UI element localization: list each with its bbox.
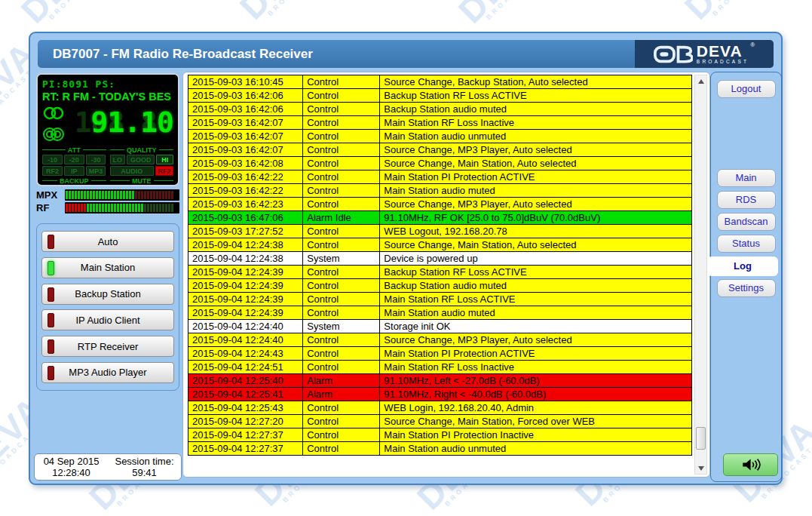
log-panel: 2015-09-03 16:10:45ControlSource Change,… [182, 72, 710, 478]
tab-log[interactable]: Log [707, 256, 778, 276]
log-row-timestamp: 2015-09-04 12:24:40 [188, 320, 303, 333]
log-row-timestamp: 2015-09-03 16:42:22 [188, 184, 303, 198]
log-row-message: 91.10MHz, Left < -27.0dB (-60.0dB) [380, 374, 692, 388]
log-row-message: Storage init OK [380, 320, 692, 333]
log-row-timestamp: 2015-09-03 16:42:23 [188, 198, 303, 211]
log-row: 2015-09-04 12:27:37ControlMain Station P… [188, 428, 692, 442]
log-scrollbar[interactable] [694, 75, 707, 475]
log-row: 2015-09-04 12:25:40Alarm91.10MHz, Left <… [188, 374, 692, 388]
left-column: PI:8091 PS: RT: R FM - TODAY'S BES [36, 73, 179, 481]
source-button-mp3-audio-player[interactable]: MP3 Audio Player [41, 362, 174, 383]
scrollbar-thumb[interactable] [696, 427, 706, 450]
log-row: 2015-09-04 12:24:38SystemDevice is power… [188, 252, 692, 266]
log-row-type: Control [303, 415, 380, 428]
log-row-message: Source Change, Main Station, Auto select… [380, 157, 692, 170]
log-row: 2015-09-04 12:24:40ControlSource Change,… [188, 333, 692, 347]
log-row-timestamp: 2015-09-04 12:27:20 [188, 415, 303, 428]
tab-rds[interactable]: RDS [717, 191, 776, 209]
meter-bar [65, 189, 179, 201]
log-row-type: Control [303, 184, 380, 198]
log-row: 2015-09-03 16:42:22ControlMain Station P… [188, 170, 692, 184]
log-table: 2015-09-03 16:10:45ControlSource Change,… [188, 75, 692, 456]
log-row-message: Main Station audio muted [380, 306, 692, 320]
level-meters: MPXRF [36, 189, 179, 215]
log-row-message: Backup Station RF Loss ACTIVE [380, 89, 692, 103]
log-row-timestamp: 2015-09-04 12:27:37 [188, 442, 303, 456]
log-row: 2015-09-03 16:10:45ControlSource Change,… [188, 75, 692, 89]
logout-button[interactable]: Logout [717, 80, 776, 98]
source-button-main-station[interactable]: Main Station [41, 257, 174, 278]
log-row-type: Control [303, 198, 380, 211]
log-row: 2015-09-03 16:42:07ControlMain Station a… [188, 130, 692, 143]
tab-main[interactable]: Main [717, 169, 776, 187]
log-row-type: Control [303, 361, 380, 374]
led-indicator-off [47, 339, 54, 354]
source-button-label: IP Audio Client [75, 315, 139, 326]
log-row-type: Control [303, 306, 380, 320]
log-row: 2015-09-03 16:42:08ControlSource Change,… [188, 157, 692, 170]
lcd-indicator-quality-good: GOOD [127, 155, 155, 164]
log-row-type: Alarm [303, 388, 380, 401]
log-row-message: Main Station audio unmuted [380, 442, 692, 456]
source-select-panel: AutoMain StationBackup StationIP Audio C… [36, 223, 179, 391]
lcd-indicator-att-30: -30 [86, 155, 106, 164]
lcd-indicator-att-10: -10 [42, 155, 63, 164]
log-row-timestamp: 2015-09-04 12:25:40 [188, 374, 303, 388]
log-row-type: Control [303, 103, 380, 116]
log-row-timestamp: 2015-09-03 16:42:06 [188, 89, 303, 103]
stereo-icon [42, 106, 65, 121]
source-button-auto[interactable]: Auto [41, 231, 174, 252]
source-button-ip-audio-client[interactable]: IP Audio Client [41, 309, 174, 330]
lcd-indicator-quality-lo: LO [110, 155, 126, 164]
led-indicator-off [47, 366, 54, 380]
log-row-type: Control [303, 143, 380, 157]
log-row: 2015-09-03 16:42:06ControlBackup Station… [188, 103, 692, 116]
log-row-type: Control [303, 442, 380, 456]
log-row-message: 91.10MHz, Right < -40.0dB (-60.0dB) [380, 388, 692, 401]
lcd-group-label-backup: BACKUP [42, 177, 106, 184]
tab-status[interactable]: Status [717, 235, 776, 253]
log-row-timestamp: 2015-09-04 12:25:41 [188, 388, 303, 401]
audio-listen-button[interactable] [723, 453, 778, 476]
meter-row: MPX [36, 189, 179, 201]
log-row: 2015-09-04 12:25:41Alarm91.10MHz, Right … [188, 388, 692, 401]
log-row-timestamp: 2015-09-03 16:42:07 [188, 130, 303, 143]
log-row-message: Main Station RF Loss Inactive [380, 116, 692, 130]
scrollbar-down-arrow[interactable] [695, 462, 706, 474]
log-row-message: Source Change, Main Station, Auto select… [380, 238, 692, 252]
led-indicator-off [47, 313, 54, 327]
log-row-type: Control [303, 225, 380, 238]
log-row: 2015-09-04 12:25:43ControlWEB Login, 192… [188, 401, 692, 415]
log-row-timestamp: 2015-09-04 12:24:38 [188, 238, 303, 252]
log-row: 2015-09-03 16:42:22ControlMain Station a… [188, 184, 692, 198]
log-row: 2015-09-04 12:24:39ControlMain Station a… [188, 306, 692, 320]
meter-label: RF [36, 202, 65, 213]
log-row-message: 91.10MHz, RF OK [25.0 to 75.0]dBuV (70.0… [380, 211, 692, 225]
log-row-timestamp: 2015-09-03 16:42:08 [188, 157, 303, 170]
log-row-type: Control [303, 157, 380, 170]
scrollbar-up-arrow[interactable] [695, 75, 706, 87]
led-indicator-off [47, 235, 54, 249]
nav-tab-stack: MainRDSBandscanStatusLogSettings [711, 169, 781, 301]
logo-brand-text: DEVA [697, 44, 749, 59]
log-row-message: Source Change, MP3 Player, Auto selected [380, 143, 692, 157]
source-button-backup-station[interactable]: Backup Station [41, 284, 174, 305]
log-row-timestamp: 2015-09-04 12:24:39 [188, 293, 303, 306]
lcd-display: PI:8091 PS: RT: R FM - TODAY'S BES [36, 73, 179, 186]
log-row-message: WEB Login, 192.168.20.40, Admin [380, 401, 692, 415]
source-button-rtp-receiver[interactable]: RTP Receiver [41, 336, 174, 357]
log-row-message: Main Station PI Protection ACTIVE [380, 170, 692, 184]
log-row: 2015-09-04 12:24:43ControlMain Station P… [188, 347, 692, 361]
lcd-group-label-att: ATT [42, 146, 106, 153]
log-row: 2015-09-04 12:24:38ControlSource Change,… [188, 238, 692, 252]
log-row: 2015-09-04 12:24:39ControlBackup Station… [188, 279, 692, 293]
lcd-indicator-backup-ip: IP [64, 166, 84, 176]
log-row: 2015-09-03 16:42:07ControlMain Station R… [188, 116, 692, 130]
tab-bandscan[interactable]: Bandscan [717, 213, 776, 231]
lcd-group-label-quality: QUALITY [110, 146, 174, 153]
datetime-panel: 04 Sep 2015 12:28:40 Session time: 59:41 [34, 453, 182, 481]
log-row-timestamp: 2015-09-04 12:24:39 [188, 266, 303, 279]
log-row-type: System [303, 252, 380, 266]
db-logo-icon [654, 45, 693, 64]
tab-settings[interactable]: Settings [717, 279, 776, 297]
